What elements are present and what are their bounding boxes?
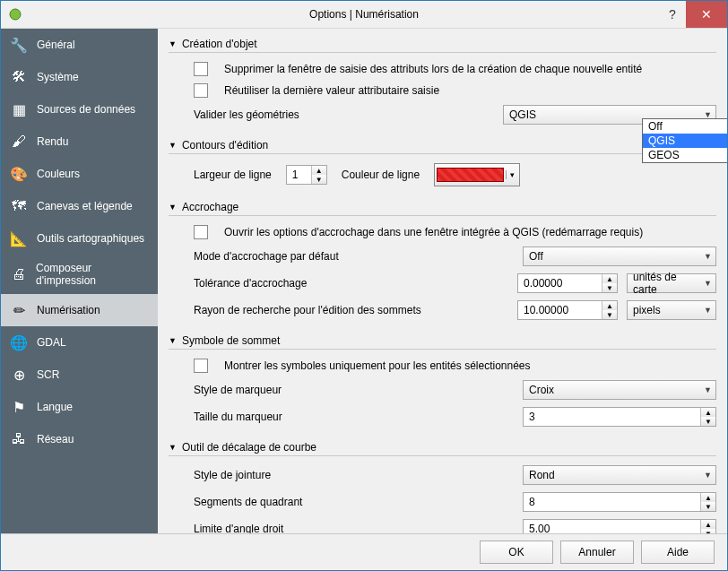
reuse-last-label: Réutiliser la dernière valeur attributai… bbox=[224, 84, 439, 97]
snap-mode-value: Off bbox=[529, 250, 543, 263]
sidebar-item-label: Système bbox=[37, 71, 79, 83]
section-accrochage: ▼ Accrochage Ouvrir les options d'accroc… bbox=[169, 199, 716, 324]
snap-mode-row: Mode d'accrochage par défaut Off ▼ bbox=[169, 243, 716, 270]
section-symbole: ▼ Symbole de sommet Montrer les symboles… bbox=[169, 333, 716, 430]
marker-size-spin[interactable]: 3 ▲▼ bbox=[523, 407, 716, 427]
dialog-body: 🔧Général🛠Système▦Sources de données🖌Rend… bbox=[1, 29, 727, 533]
sidebar-item-g-n-ral[interactable]: 🔧Général bbox=[1, 29, 158, 61]
quad-seg-spin[interactable]: 8 ▲▼ bbox=[523, 492, 716, 512]
snap-radius-spin[interactable]: 10.00000 ▲▼ bbox=[517, 300, 618, 320]
help-button[interactable]: Aide bbox=[641, 541, 715, 564]
sidebar-icon: 🛠 bbox=[10, 68, 28, 86]
collapse-icon: ▼ bbox=[169, 336, 177, 345]
spin-buttons[interactable]: ▲▼ bbox=[602, 274, 617, 292]
snap-radius-value: 10.00000 bbox=[524, 304, 568, 316]
sidebar-item-canevas-et-l-gende[interactable]: 🗺Canevas et légende bbox=[1, 190, 158, 222]
miter-spin[interactable]: 5.00 ▲▼ bbox=[523, 519, 716, 533]
chevron-down-icon: ▼ bbox=[704, 306, 712, 315]
section-creation: ▼ Création d'objet Supprimer la fenêtre … bbox=[169, 36, 716, 128]
sidebar-item-label: Rendu bbox=[37, 135, 68, 148]
sidebar-item-label: GDAL bbox=[37, 336, 66, 349]
sidebar-icon: 🌐 bbox=[10, 333, 28, 351]
sidebar-item-syst-me[interactable]: 🛠Système bbox=[1, 61, 158, 93]
show-symbols-checkbox[interactable] bbox=[194, 359, 208, 373]
section-contours: ▼ Contours d'édition Largeur de ligne 1 … bbox=[169, 137, 716, 190]
show-symbols-row: Montrer les symboles uniquement pour les… bbox=[169, 355, 716, 376]
spin-buttons[interactable]: ▲▼ bbox=[700, 520, 715, 533]
sidebar-item-scr[interactable]: ⊕SCR bbox=[1, 359, 158, 391]
suppress-attr-label: Supprimer la fenêtre de saisie des attri… bbox=[224, 63, 642, 75]
section-title: Outil de décalage de courbe bbox=[182, 441, 316, 454]
sidebar-icon: ▦ bbox=[10, 100, 28, 118]
help-button[interactable]: ? bbox=[659, 1, 686, 28]
sidebar-item-r-seau[interactable]: 🖧Réseau bbox=[1, 423, 158, 455]
sidebar-item-rendu[interactable]: 🖌Rendu bbox=[1, 125, 158, 158]
collapse-icon: ▼ bbox=[169, 141, 177, 150]
spin-buttons[interactable]: ▲▼ bbox=[700, 493, 715, 511]
sidebar-item-gdal[interactable]: 🌐GDAL bbox=[1, 326, 158, 359]
quad-seg-value: 8 bbox=[529, 496, 535, 508]
spin-buttons[interactable]: ▲▼ bbox=[700, 408, 715, 426]
miter-label: Limite d'angle droit bbox=[194, 523, 283, 533]
join-style-select[interactable]: Rond ▼ bbox=[523, 465, 716, 485]
sidebar-item-num-risation[interactable]: ✏Numérisation bbox=[1, 294, 158, 326]
suppress-attr-row: Supprimer la fenêtre de saisie des attri… bbox=[169, 58, 716, 80]
dropdown-option[interactable]: QGIS bbox=[643, 134, 727, 148]
sidebar-item-langue[interactable]: ⚑Langue bbox=[1, 391, 158, 423]
dialog-footer: OK Annuler Aide bbox=[1, 533, 727, 570]
join-style-label: Style de jointure bbox=[194, 469, 271, 481]
line-width-label: Largeur de ligne bbox=[194, 169, 272, 181]
sidebar-item-sources-de-donn-es[interactable]: ▦Sources de données bbox=[1, 93, 158, 125]
spin-buttons[interactable]: ▲▼ bbox=[311, 166, 326, 184]
snap-tol-unit-select[interactable]: unités de carte ▼ bbox=[627, 273, 716, 293]
sidebar-item-couleurs[interactable]: 🎨Couleurs bbox=[1, 158, 158, 190]
spin-buttons[interactable]: ▲▼ bbox=[602, 301, 617, 319]
sidebar-item-composeur-d-impression[interactable]: 🖨Composeur d'impression bbox=[1, 255, 158, 294]
app-icon bbox=[8, 7, 22, 22]
color-swatch bbox=[437, 168, 504, 182]
marker-style-row: Style de marqueur Croix ▼ bbox=[169, 376, 716, 403]
cancel-button[interactable]: Annuler bbox=[560, 541, 634, 564]
line-width-value: 1 bbox=[292, 169, 299, 181]
snap-open-checkbox[interactable] bbox=[194, 225, 208, 239]
chevron-down-icon: ▼ bbox=[704, 279, 712, 288]
reuse-last-checkbox[interactable] bbox=[194, 83, 208, 98]
line-color-button[interactable]: ▾ bbox=[434, 163, 520, 186]
sidebar-item-outils-cartographiques[interactable]: 📐Outils cartographiques bbox=[1, 222, 158, 255]
dropdown-option[interactable]: GEOS bbox=[643, 148, 727, 162]
show-symbols-label: Montrer les symboles uniquement pour les… bbox=[224, 359, 531, 372]
suppress-attr-checkbox[interactable] bbox=[194, 62, 208, 76]
marker-size-row: Taille du marqueur 3 ▲▼ bbox=[169, 403, 716, 430]
quad-seg-label: Segments de quadrant bbox=[194, 496, 302, 508]
dropdown-option[interactable]: Off bbox=[643, 119, 727, 134]
line-width-spin[interactable]: 1 ▲▼ bbox=[286, 165, 327, 185]
svg-point-0 bbox=[10, 9, 21, 20]
snap-radius-unit-select[interactable]: pixels ▼ bbox=[627, 300, 716, 320]
section-header-accrochage[interactable]: ▼ Accrochage bbox=[169, 199, 716, 216]
section-title: Contours d'édition bbox=[182, 139, 268, 151]
section-header-creation[interactable]: ▼ Création d'objet bbox=[169, 36, 716, 53]
snap-tol-spin[interactable]: 0.00000 ▲▼ bbox=[517, 273, 618, 293]
marker-style-select[interactable]: Croix ▼ bbox=[523, 380, 716, 400]
section-header-symbole[interactable]: ▼ Symbole de sommet bbox=[169, 333, 716, 350]
sidebar-item-label: Composeur d'impression bbox=[36, 262, 149, 287]
sidebar-item-label: Général bbox=[37, 39, 75, 51]
ok-button[interactable]: OK bbox=[480, 541, 553, 564]
sidebar-icon: 🖨 bbox=[10, 265, 27, 283]
titlebar: Options | Numérisation ? ✕ bbox=[1, 1, 727, 29]
section-offset: ▼ Outil de décalage de courbe Style de j… bbox=[169, 439, 716, 533]
close-button[interactable]: ✕ bbox=[686, 1, 727, 28]
chevron-down-icon: ▼ bbox=[704, 252, 712, 261]
section-title: Accrochage bbox=[182, 201, 238, 213]
section-header-offset[interactable]: ▼ Outil de décalage de courbe bbox=[169, 439, 716, 456]
validate-geom-dropdown[interactable]: OffQGISGEOS bbox=[642, 118, 727, 163]
snap-radius-unit: pixels bbox=[633, 304, 661, 316]
snap-tol-row: Tolérance d'accrochage 0.00000 ▲▼ unités… bbox=[169, 270, 716, 297]
line-color-label: Couleur de ligne bbox=[342, 169, 420, 181]
snap-mode-select[interactable]: Off ▼ bbox=[523, 247, 716, 266]
section-header-contours[interactable]: ▼ Contours d'édition bbox=[169, 137, 716, 154]
snap-open-label: Ouvrir les options d'accrochage dans une… bbox=[224, 226, 643, 238]
validate-geom-row: Valider les géométries QGIS ▼ bbox=[169, 101, 716, 128]
sidebar-icon: 🖌 bbox=[10, 133, 28, 151]
sidebar-item-label: Réseau bbox=[37, 433, 74, 446]
